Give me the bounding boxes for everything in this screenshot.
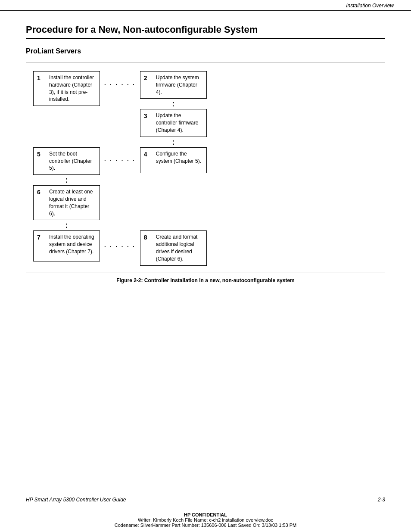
step8-num: 8: [144, 234, 153, 241]
step4-text: Configure the system (Chapter 5).: [156, 150, 203, 165]
right-stack-4: 4 Configure the system (Chapter 5).: [140, 147, 207, 173]
step3-text: Update the controller firmware (Chapter …: [156, 112, 203, 134]
figure-caption: Figure 2-2: Controller installation in a…: [26, 277, 385, 283]
step8-box: 8 Create and format additional logical d…: [140, 230, 207, 265]
content-spacer: [0, 397, 411, 493]
flowchart: 1 Install the controller hardware (Chapt…: [26, 62, 385, 273]
step2-text: Update the system firmware (Chapter 4).: [156, 74, 203, 96]
confidential-title: HP CONFIDENTIAL: [26, 512, 385, 517]
step4-num: 4: [144, 151, 153, 158]
dots-5-4: · · · · · ·: [100, 147, 140, 173]
step4-box: 4 Configure the system (Chapter 5).: [140, 147, 207, 173]
step6-text: Create at least one logical drive and fo…: [49, 188, 96, 217]
page-title: Procedure for a New, Non-autoconfigurabl…: [26, 24, 385, 39]
step6-box: 6 Create at least one logical drive and …: [33, 185, 100, 220]
row-vdots-6-7: :: [33, 220, 378, 230]
left-stack-6: 6 Create at least one logical drive and …: [33, 185, 100, 220]
page-wrapper: Installation Overview Procedure for a Ne…: [0, 0, 411, 532]
top-header: Installation Overview: [0, 0, 411, 11]
step1-text: Install the controller hardware (Chapter…: [49, 74, 96, 103]
dots-1-2: · · · · · ·: [100, 71, 140, 97]
step1-num: 1: [37, 75, 47, 81]
right-stack-2-3: 2 Update the system firmware (Chapter 4)…: [140, 71, 207, 147]
vdots-5-6: :: [33, 175, 100, 185]
row-vdots-5-6: :: [33, 175, 378, 185]
footer-right: 2-3: [378, 497, 385, 503]
step7-text: Install the operating system and device …: [49, 233, 96, 255]
step5-text: Set the boot controller (Chapter 5).: [49, 150, 96, 172]
vdots-2-3: :: [140, 99, 207, 109]
row-5-4: 5 Set the boot controller (Chapter 5). ·…: [33, 147, 378, 175]
vdots-6-7: :: [33, 220, 100, 230]
step6-num: 6: [37, 189, 47, 196]
vdots-3-4: :: [140, 137, 207, 147]
dots-7-8: · · · · · ·: [100, 230, 140, 261]
bottom-footer: HP Smart Array 5300 Controller User Guid…: [0, 493, 411, 505]
confidential-line2: Codename: SilverHammer Part Number: 1356…: [26, 523, 385, 528]
section-title: ProLiant Servers: [26, 47, 385, 55]
step1-box: 1 Install the controller hardware (Chapt…: [33, 71, 100, 106]
confidential-line1: Writer: Kimberly Koch File Name: c-ch2 i…: [26, 517, 385, 523]
confidential-block: HP CONFIDENTIAL Writer: Kimberly Koch Fi…: [0, 505, 411, 532]
step8-text: Create and format additional logical dri…: [156, 233, 203, 262]
step5-box: 5 Set the boot controller (Chapter 5).: [33, 147, 100, 175]
step7-num: 7: [37, 234, 47, 241]
step2-num: 2: [144, 75, 153, 81]
step7-box: 7 Install the operating system and devic…: [33, 230, 100, 261]
row-6: 6 Create at least one logical drive and …: [33, 185, 378, 220]
footer-left: HP Smart Array 5300 Controller User Guid…: [26, 497, 126, 503]
step5-num: 5: [37, 151, 47, 158]
row-1-2: 1 Install the controller hardware (Chapt…: [33, 71, 378, 147]
left-stack-7: 7 Install the operating system and devic…: [33, 230, 100, 261]
main-content: Procedure for a New, Non-autoconfigurabl…: [0, 11, 411, 397]
step3-box: 3 Update the controller firmware (Chapte…: [140, 109, 207, 137]
left-stack-5-6: 5 Set the boot controller (Chapter 5).: [33, 147, 100, 175]
step2-box: 2 Update the system firmware (Chapter 4)…: [140, 71, 207, 99]
right-stack-8: 8 Create and format additional logical d…: [140, 230, 207, 265]
flowchart-main: 1 Install the controller hardware (Chapt…: [33, 71, 378, 266]
row-7-8: 7 Install the operating system and devic…: [33, 230, 378, 265]
step3-num: 3: [144, 112, 153, 119]
left-stack-1: 1 Install the controller hardware (Chapt…: [33, 71, 100, 106]
header-label: Installation Overview: [346, 3, 394, 9]
